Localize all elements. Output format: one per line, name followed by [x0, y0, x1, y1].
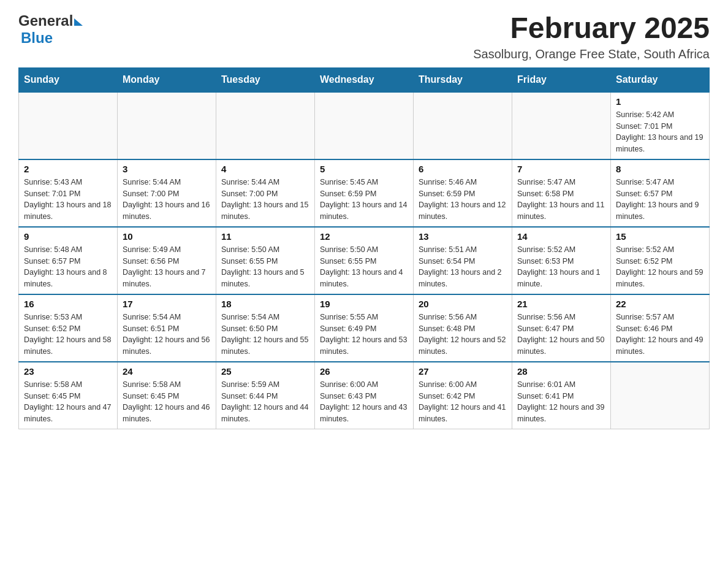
calendar-day-cell	[19, 92, 118, 159]
day-number: 1	[616, 96, 704, 107]
calendar-day-cell: 14Sunrise: 5:52 AMSunset: 6:53 PMDayligh…	[512, 227, 611, 294]
calendar-day-cell: 12Sunrise: 5:50 AMSunset: 6:55 PMDayligh…	[315, 227, 414, 294]
day-number: 24	[123, 366, 211, 377]
day-info: Sunrise: 5:44 AMSunset: 7:00 PMDaylight:…	[123, 177, 211, 223]
day-number: 13	[419, 231, 507, 242]
calendar-day-cell	[315, 92, 414, 159]
day-number: 16	[24, 299, 112, 309]
calendar-week-row: 1Sunrise: 5:42 AMSunset: 7:01 PMDaylight…	[19, 92, 710, 159]
day-info: Sunrise: 5:47 AMSunset: 6:57 PMDaylight:…	[616, 177, 704, 223]
day-number: 14	[517, 231, 605, 242]
calendar-day-cell: 9Sunrise: 5:48 AMSunset: 6:57 PMDaylight…	[19, 227, 118, 294]
day-info: Sunrise: 5:50 AMSunset: 6:55 PMDaylight:…	[221, 244, 309, 290]
day-info: Sunrise: 5:45 AMSunset: 6:59 PMDaylight:…	[320, 177, 408, 223]
day-number: 25	[221, 366, 309, 377]
day-number: 4	[221, 164, 309, 174]
day-info: Sunrise: 6:00 AMSunset: 6:42 PMDaylight:…	[419, 379, 507, 425]
calendar-day-cell: 26Sunrise: 6:00 AMSunset: 6:43 PMDayligh…	[315, 362, 414, 429]
calendar-day-cell: 20Sunrise: 5:56 AMSunset: 6:48 PMDayligh…	[414, 294, 512, 362]
calendar-day-cell: 3Sunrise: 5:44 AMSunset: 7:00 PMDaylight…	[118, 159, 216, 227]
calendar-table: SundayMondayTuesdayWednesdayThursdayFrid…	[18, 67, 710, 429]
calendar-day-cell	[414, 92, 512, 159]
calendar-week-row: 23Sunrise: 5:58 AMSunset: 6:45 PMDayligh…	[19, 362, 710, 429]
calendar-day-header: Sunday	[19, 67, 118, 92]
day-number: 7	[517, 164, 605, 174]
calendar-day-cell	[611, 362, 710, 429]
calendar-day-cell: 6Sunrise: 5:46 AMSunset: 6:59 PMDaylight…	[414, 159, 512, 227]
title-section: February 2025 Sasolburg, Orange Free Sta…	[473, 12, 710, 61]
calendar-header-row: SundayMondayTuesdayWednesdayThursdayFrid…	[19, 67, 710, 92]
day-info: Sunrise: 5:57 AMSunset: 6:46 PMDaylight:…	[616, 312, 704, 358]
day-number: 2	[24, 164, 112, 174]
day-info: Sunrise: 5:59 AMSunset: 6:44 PMDaylight:…	[221, 379, 309, 425]
calendar-week-row: 16Sunrise: 5:53 AMSunset: 6:52 PMDayligh…	[19, 294, 710, 362]
month-title: February 2025	[473, 12, 710, 45]
calendar-day-cell: 28Sunrise: 6:01 AMSunset: 6:41 PMDayligh…	[512, 362, 611, 429]
day-info: Sunrise: 5:55 AMSunset: 6:49 PMDaylight:…	[320, 312, 408, 358]
day-info: Sunrise: 5:42 AMSunset: 7:01 PMDaylight:…	[616, 109, 704, 155]
calendar-day-header: Thursday	[414, 67, 512, 92]
day-info: Sunrise: 6:01 AMSunset: 6:41 PMDaylight:…	[517, 379, 605, 425]
day-info: Sunrise: 5:50 AMSunset: 6:55 PMDaylight:…	[320, 244, 408, 290]
day-number: 17	[123, 299, 211, 309]
day-info: Sunrise: 5:56 AMSunset: 6:47 PMDaylight:…	[517, 312, 605, 358]
day-number: 9	[24, 231, 112, 242]
page-header: General Blue February 2025 Sasolburg, Or…	[18, 12, 710, 61]
day-number: 6	[419, 164, 507, 174]
calendar-day-cell	[118, 92, 216, 159]
day-number: 15	[616, 231, 704, 242]
day-number: 18	[221, 299, 309, 309]
calendar-day-cell: 21Sunrise: 5:56 AMSunset: 6:47 PMDayligh…	[512, 294, 611, 362]
calendar-day-cell: 22Sunrise: 5:57 AMSunset: 6:46 PMDayligh…	[611, 294, 710, 362]
logo-general-text: General	[18, 12, 73, 29]
calendar-day-cell: 7Sunrise: 5:47 AMSunset: 6:58 PMDaylight…	[512, 159, 611, 227]
calendar-day-header: Friday	[512, 67, 611, 92]
calendar-day-cell: 4Sunrise: 5:44 AMSunset: 7:00 PMDaylight…	[216, 159, 315, 227]
calendar-day-header: Wednesday	[315, 67, 414, 92]
calendar-day-cell: 5Sunrise: 5:45 AMSunset: 6:59 PMDaylight…	[315, 159, 414, 227]
calendar-week-row: 9Sunrise: 5:48 AMSunset: 6:57 PMDaylight…	[19, 227, 710, 294]
calendar-day-cell: 23Sunrise: 5:58 AMSunset: 6:45 PMDayligh…	[19, 362, 118, 429]
day-number: 23	[24, 366, 112, 377]
logo: General Blue	[18, 12, 83, 47]
calendar-day-header: Monday	[118, 67, 216, 92]
calendar-day-header: Tuesday	[216, 67, 315, 92]
day-info: Sunrise: 5:44 AMSunset: 7:00 PMDaylight:…	[221, 177, 309, 223]
day-info: Sunrise: 5:52 AMSunset: 6:53 PMDaylight:…	[517, 244, 605, 290]
day-number: 5	[320, 164, 408, 174]
calendar-day-cell: 1Sunrise: 5:42 AMSunset: 7:01 PMDaylight…	[611, 92, 710, 159]
day-info: Sunrise: 5:52 AMSunset: 6:52 PMDaylight:…	[616, 244, 704, 290]
day-number: 20	[419, 299, 507, 309]
calendar-day-cell: 15Sunrise: 5:52 AMSunset: 6:52 PMDayligh…	[611, 227, 710, 294]
day-number: 12	[320, 231, 408, 242]
day-info: Sunrise: 5:56 AMSunset: 6:48 PMDaylight:…	[419, 312, 507, 358]
calendar-day-cell	[216, 92, 315, 159]
day-number: 26	[320, 366, 408, 377]
calendar-day-cell: 11Sunrise: 5:50 AMSunset: 6:55 PMDayligh…	[216, 227, 315, 294]
logo-triangle-icon	[74, 18, 83, 26]
day-info: Sunrise: 5:49 AMSunset: 6:56 PMDaylight:…	[123, 244, 211, 290]
calendar-day-cell: 17Sunrise: 5:54 AMSunset: 6:51 PMDayligh…	[118, 294, 216, 362]
calendar-day-header: Saturday	[611, 67, 710, 92]
day-info: Sunrise: 5:48 AMSunset: 6:57 PMDaylight:…	[24, 244, 112, 290]
day-info: Sunrise: 5:58 AMSunset: 6:45 PMDaylight:…	[123, 379, 211, 425]
logo-blue-text: Blue	[21, 29, 53, 46]
day-info: Sunrise: 5:46 AMSunset: 6:59 PMDaylight:…	[419, 177, 507, 223]
day-number: 3	[123, 164, 211, 174]
day-info: Sunrise: 5:43 AMSunset: 7:01 PMDaylight:…	[24, 177, 112, 223]
day-number: 21	[517, 299, 605, 309]
calendar-day-cell: 25Sunrise: 5:59 AMSunset: 6:44 PMDayligh…	[216, 362, 315, 429]
calendar-day-cell: 24Sunrise: 5:58 AMSunset: 6:45 PMDayligh…	[118, 362, 216, 429]
calendar-day-cell: 13Sunrise: 5:51 AMSunset: 6:54 PMDayligh…	[414, 227, 512, 294]
day-info: Sunrise: 5:58 AMSunset: 6:45 PMDaylight:…	[24, 379, 112, 425]
day-info: Sunrise: 5:54 AMSunset: 6:51 PMDaylight:…	[123, 312, 211, 358]
calendar-week-row: 2Sunrise: 5:43 AMSunset: 7:01 PMDaylight…	[19, 159, 710, 227]
day-info: Sunrise: 5:53 AMSunset: 6:52 PMDaylight:…	[24, 312, 112, 358]
day-info: Sunrise: 5:47 AMSunset: 6:58 PMDaylight:…	[517, 177, 605, 223]
calendar-day-cell: 8Sunrise: 5:47 AMSunset: 6:57 PMDaylight…	[611, 159, 710, 227]
day-info: Sunrise: 5:54 AMSunset: 6:50 PMDaylight:…	[221, 312, 309, 358]
day-number: 28	[517, 366, 605, 377]
calendar-day-cell: 18Sunrise: 5:54 AMSunset: 6:50 PMDayligh…	[216, 294, 315, 362]
day-number: 22	[616, 299, 704, 309]
calendar-day-cell	[512, 92, 611, 159]
